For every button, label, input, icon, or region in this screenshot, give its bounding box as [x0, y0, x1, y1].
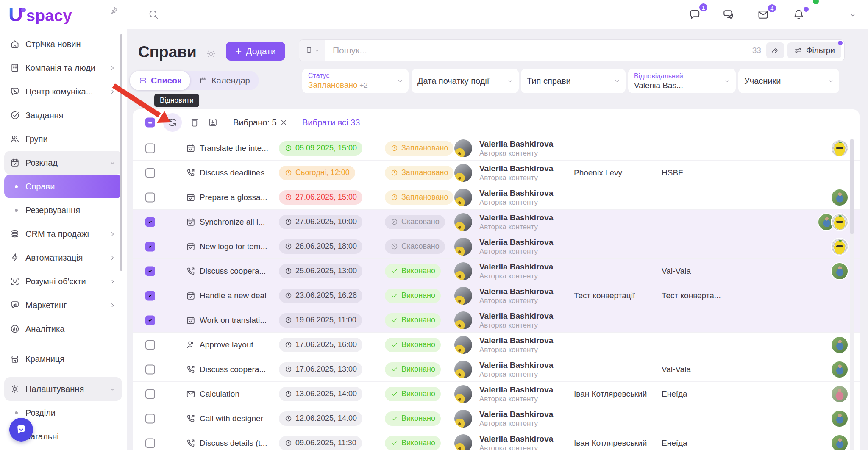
filter-chip-4[interactable]: ВідповідальнийValeriia Bas...	[628, 69, 736, 93]
participant-avatar[interactable]	[831, 410, 849, 428]
author-role: Авторка контенту	[479, 173, 553, 182]
filter-chip-5[interactable]: Учасники	[738, 69, 839, 93]
select-all-checkbox[interactable]	[145, 118, 155, 128]
export-icon[interactable]	[207, 117, 218, 128]
page-settings-gear-icon[interactable]	[206, 48, 217, 59]
company-name: Енеїда	[662, 439, 734, 448]
participant-avatar[interactable]	[831, 361, 849, 378]
restore-button[interactable]	[163, 113, 182, 132]
support-chat-fab[interactable]	[9, 418, 33, 442]
table-row[interactable]: Synchronize all l...27.06.2025, 10:00Ска…	[133, 210, 860, 234]
table-rows: Translate the inte...05.09.2025, 15:00За…	[133, 136, 860, 450]
row-checkbox[interactable]	[145, 340, 155, 350]
xcircle-icon	[390, 242, 398, 250]
sidebar-item-store[interactable]: Крамниця	[4, 347, 122, 371]
table-row[interactable]: Discuss deadlinesСьогодні, 12:00Запланов…	[133, 161, 860, 185]
row-checkbox[interactable]	[145, 266, 155, 276]
sidebar-item-analytics[interactable]: Аналітика	[4, 317, 122, 341]
row-checkbox[interactable]	[145, 217, 155, 227]
row-checkbox[interactable]	[145, 192, 155, 202]
participant-avatar[interactable]	[831, 189, 849, 206]
sidebar-item-marketing[interactable]: Маркетинг	[4, 293, 122, 317]
sidebar-scrollbar[interactable]	[120, 34, 122, 271]
participant-avatar[interactable]	[831, 139, 849, 157]
sidebar-item-label: Розумні об'єкти	[25, 277, 86, 286]
search-icon[interactable]	[148, 9, 159, 20]
sidebar-item-groups[interactable]: Групи	[4, 127, 122, 151]
row-checkbox[interactable]	[145, 143, 155, 153]
table-scrollbar-thumb[interactable]	[850, 139, 854, 234]
sidebar-item-settings[interactable]: Налаштування	[4, 377, 122, 401]
clear-filters-button[interactable]	[766, 42, 784, 58]
sidebar-item-booking[interactable]: Резервування	[4, 198, 122, 222]
clear-selection-icon[interactable]	[280, 119, 288, 127]
status-badge: Заплановано	[385, 141, 453, 156]
author-name: Valeriia Bashkirova	[479, 237, 553, 247]
sidebar-item-smart-objects[interactable]: Розумні об'єкти	[4, 269, 122, 293]
sidebar-item-activities[interactable]: Справи	[4, 175, 122, 198]
participant-avatar[interactable]	[831, 336, 849, 354]
uspacy-logo[interactable]: Uspacy	[8, 4, 72, 24]
chat-phone-icon	[10, 86, 20, 97]
table-row[interactable]: Handle a new deal23.06.2025, 16:28Викона…	[133, 283, 860, 308]
chevron-down-icon	[109, 386, 116, 393]
participant-avatar[interactable]	[831, 262, 849, 280]
sidebar-item-news-feed[interactable]: Стрічка новин	[4, 32, 122, 56]
sidebar-item-automation[interactable]: Автоматизація	[4, 246, 122, 269]
add-button[interactable]: + Додати	[226, 42, 285, 61]
check-icon	[390, 341, 398, 349]
sidebar-item-tasks[interactable]: Завдання	[4, 103, 122, 127]
row-checkbox[interactable]	[145, 364, 155, 374]
author-name: Valeriia Bashkirova	[479, 262, 553, 272]
row-checkbox[interactable]	[145, 168, 155, 178]
row-checkbox[interactable]	[145, 414, 155, 423]
tab-list[interactable]: Список	[130, 71, 190, 90]
participant-avatar[interactable]	[831, 434, 849, 450]
table-row[interactable]: Work on translati...19.06.2025, 11:00Вик…	[133, 308, 860, 333]
filter-chip-3[interactable]: Тип справи	[521, 69, 626, 93]
chevron-down-icon[interactable]	[849, 11, 857, 19]
table-row[interactable]: Call with designer12.06.2025, 14:00Викон…	[133, 406, 860, 431]
company-name: HSBF	[662, 168, 734, 178]
table-row[interactable]: Discuss coopera...17.06.2025, 13:00Викон…	[133, 357, 860, 382]
row-checkbox[interactable]	[145, 315, 155, 325]
filter-chip-2[interactable]: Дата початку події	[412, 69, 519, 93]
table-row[interactable]: Translate the inte...05.09.2025, 15:00За…	[133, 136, 860, 161]
sidebar-item-schedule[interactable]: Розклад	[4, 151, 122, 175]
group-chat-icon[interactable]	[722, 8, 734, 21]
participant-avatar[interactable]	[831, 385, 849, 403]
pin-icon[interactable]	[108, 6, 119, 16]
row-checkbox[interactable]	[145, 242, 155, 251]
date-text: 27.06.2025, 15:00	[295, 193, 357, 202]
sidebar-item-label: Центр комуніка...	[25, 87, 93, 97]
row-checkbox[interactable]	[145, 438, 155, 448]
table-row[interactable]: Calculation13.06.2025, 14:00ВиконаноVale…	[133, 382, 860, 406]
row-checkbox[interactable]	[145, 291, 155, 300]
tab-calendar[interactable]: Календар	[190, 71, 259, 90]
table-row[interactable]: New logo for tem...26.06.2025, 18:00Скас…	[133, 234, 860, 259]
table-row[interactable]: Prepare a glossa...27.06.2025, 15:00Запл…	[133, 185, 860, 210]
bell-icon[interactable]	[793, 8, 805, 21]
search-bar: 33 Фільтри	[299, 39, 845, 61]
trash-icon[interactable]	[189, 117, 200, 128]
table-row[interactable]: Discuss details (t...09.06.2025, 11:30Ви…	[133, 431, 860, 450]
filters-button[interactable]: Фільтри	[787, 42, 841, 58]
sidebar-item-crm-sales[interactable]: CRM та продажі	[4, 222, 122, 246]
participant-avatar[interactable]	[831, 238, 849, 256]
chevron-right-icon	[109, 88, 116, 95]
sidebar-item-company-people[interactable]: Компанія та люди	[4, 56, 122, 80]
status-text: Виконано	[401, 439, 435, 447]
author-name: Valeriia Bashkirova	[479, 213, 553, 222]
sidebar-item-communication-center[interactable]: Центр комуніка...	[4, 80, 122, 103]
table-scrollbar[interactable]	[850, 139, 854, 450]
table-row[interactable]: Discuss coopera...25.06.2025, 13:00Викон…	[133, 259, 860, 283]
saved-filters-button[interactable]	[299, 40, 325, 61]
participants	[835, 139, 849, 157]
table-row[interactable]: Approve layout17.06.2025, 16:00ВиконаноV…	[133, 333, 860, 357]
author-name: Valeriia Bashkirova	[479, 360, 553, 370]
search-input[interactable]	[325, 45, 752, 56]
select-all-link[interactable]: Вибрати всі 33	[302, 118, 360, 128]
participant-avatar[interactable]	[831, 213, 849, 231]
filter-chip-1[interactable]: СтатусЗаплановано +2	[302, 69, 409, 93]
row-checkbox[interactable]	[145, 389, 155, 399]
